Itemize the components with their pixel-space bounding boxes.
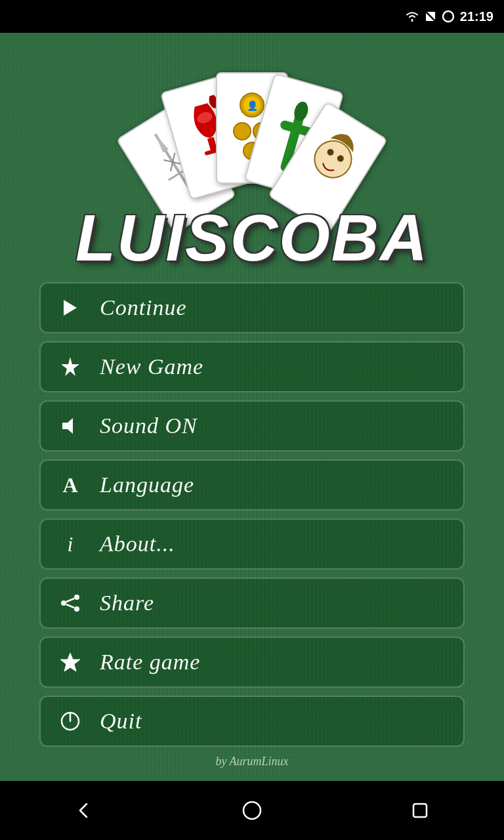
svg-marker-24 — [61, 357, 79, 376]
svg-marker-25 — [62, 418, 73, 434]
sparkle-icon — [54, 350, 87, 383]
language-icon: A — [54, 469, 87, 501]
star-icon — [54, 646, 87, 679]
status-bar: 21:19 — [0, 0, 504, 33]
new-game-button[interactable]: New Game — [39, 341, 465, 392]
nav-bar — [0, 781, 504, 840]
svg-point-34 — [243, 802, 261, 819]
recents-button[interactable] — [400, 791, 440, 830]
svg-text:👤: 👤 — [247, 100, 259, 112]
share-button[interactable]: Share — [39, 578, 465, 629]
network-icon — [425, 10, 436, 22]
svg-point-26 — [74, 595, 79, 600]
cards-container: 👤 — [88, 46, 416, 217]
home-button[interactable] — [232, 791, 272, 830]
rate-label: Rate game — [100, 650, 200, 675]
quit-label: Quit — [100, 709, 142, 734]
svg-rect-35 — [413, 804, 427, 817]
share-label: Share — [100, 591, 154, 616]
quit-button[interactable]: Quit — [39, 696, 465, 747]
svg-point-2 — [443, 11, 453, 22]
svg-line-30 — [66, 604, 74, 608]
language-button[interactable]: A Language — [39, 459, 465, 511]
speaker-icon — [54, 410, 87, 442]
logo-area: 👤 — [39, 33, 465, 282]
svg-marker-23 — [64, 300, 77, 316]
new-game-label: New Game — [100, 354, 203, 379]
sound-label: Sound ON — [100, 413, 198, 438]
language-label: Language — [100, 472, 194, 497]
play-icon — [54, 291, 87, 324]
info-icon: i — [54, 528, 87, 560]
rate-button[interactable]: Rate game — [39, 637, 465, 688]
about-label: About... — [100, 532, 175, 556]
game-title: LUISCOBA — [75, 200, 429, 276]
svg-point-27 — [74, 606, 79, 612]
circle-icon — [442, 10, 455, 23]
share-icon — [54, 587, 87, 620]
menu-buttons: Continue New Game Sound ON A — [39, 282, 465, 747]
svg-marker-31 — [60, 653, 80, 671]
svg-point-28 — [61, 600, 66, 606]
svg-line-29 — [66, 598, 74, 602]
continue-label: Continue — [100, 295, 187, 320]
sound-button[interactable]: Sound ON — [39, 400, 465, 452]
power-icon — [54, 705, 87, 738]
main-content: 👤 — [0, 33, 504, 781]
attribution: by AurumLinux — [215, 755, 288, 768]
continue-button[interactable]: Continue — [39, 282, 465, 333]
about-button[interactable]: i About... — [39, 518, 465, 570]
back-button[interactable] — [64, 791, 104, 830]
svg-point-14 — [234, 123, 251, 140]
status-time: 21:19 — [460, 9, 494, 24]
wifi-icon — [405, 11, 419, 22]
